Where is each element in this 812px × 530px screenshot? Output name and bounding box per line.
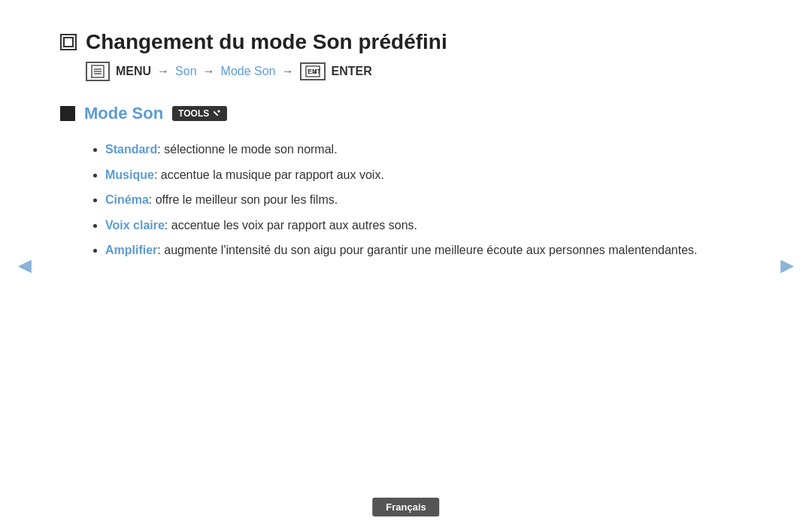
tools-label: TOOLS xyxy=(178,108,209,119)
page-title: Changement du mode Son prédéfini xyxy=(86,30,447,54)
list-item: Cinéma: offre le meilleur son pour les f… xyxy=(105,190,752,210)
nav-arrow-right[interactable]: ► xyxy=(776,253,798,278)
list-item: Standard: sélectionne le mode son normal… xyxy=(105,140,752,159)
breadcrumb-son[interactable]: Son xyxy=(175,65,196,78)
breadcrumb-mode-son[interactable]: Mode Son xyxy=(221,65,276,78)
page-container: ◄ ► Changement du mode Son prédéfini xyxy=(0,0,812,530)
menu-icon xyxy=(86,62,110,81)
term-musique: Musique xyxy=(105,168,154,181)
nav-arrow-left[interactable]: ◄ xyxy=(14,253,36,278)
term-cinema: Cinéma xyxy=(105,193,149,206)
breadcrumb-arrow-2: → xyxy=(203,65,215,78)
enter-icon: ENTER xyxy=(300,62,326,80)
main-title: Changement du mode Son prédéfini xyxy=(60,30,752,54)
breadcrumb-arrow-1: → xyxy=(157,65,169,78)
desc-standard: : sélectionne le mode son normal. xyxy=(157,143,337,156)
svg-text:ENTER: ENTER xyxy=(308,68,320,75)
list-item: Voix claire: accentue les voix par rappo… xyxy=(105,216,752,235)
breadcrumb: MENU → Son → Mode Son → ENTER ENTER xyxy=(60,62,752,81)
tools-badge: TOOLS xyxy=(172,106,227,121)
desc-amplifier: : augmente l'intensité du son aigu pour … xyxy=(157,244,697,256)
menu-label: MENU xyxy=(116,65,151,78)
term-amplifier: Amplifier xyxy=(105,244,157,256)
breadcrumb-arrow-3: → xyxy=(282,65,294,78)
desc-cinema: : offre le meilleur son pour les films. xyxy=(149,193,338,206)
term-voix-claire: Voix claire xyxy=(105,219,165,232)
section-header: Mode Son TOOLS xyxy=(60,104,752,123)
svg-rect-7 xyxy=(214,111,219,116)
list-item: Musique: accentue la musique par rapport… xyxy=(105,165,752,185)
enter-label: ENTER xyxy=(332,65,372,78)
header-section: Changement du mode Son prédéfini MENU → … xyxy=(60,30,752,81)
section-marker xyxy=(60,106,75,121)
checkbox-icon xyxy=(60,34,77,50)
list-item: Amplifier: augmente l'intensité du son a… xyxy=(105,241,752,260)
desc-voix-claire: : accentue les voix par rapport aux autr… xyxy=(165,219,417,232)
svg-rect-0 xyxy=(64,38,73,47)
term-standard: Standard xyxy=(105,143,157,156)
desc-musique: : accentue la musique par rapport aux vo… xyxy=(154,168,384,181)
section-title: Mode Son xyxy=(84,104,163,123)
content-list: Standard: sélectionne le mode son normal… xyxy=(60,140,752,260)
footer-language: Français xyxy=(372,498,439,516)
